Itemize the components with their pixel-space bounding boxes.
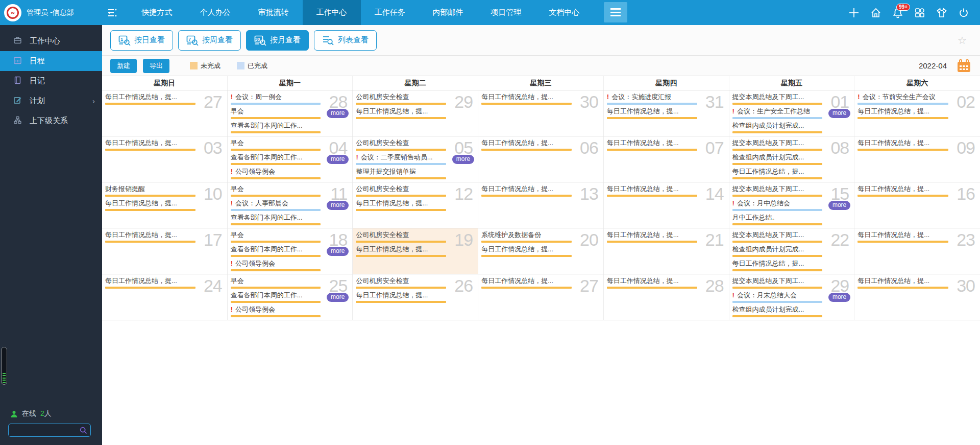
bell-icon[interactable]: 99+	[892, 7, 904, 19]
sidebar-search-input[interactable]	[9, 427, 80, 434]
calendar-event[interactable]: 每日工作情况总结，提...	[105, 93, 195, 105]
calendar-event[interactable]: 提交本周总结及下周工...	[732, 277, 823, 289]
calendar-event[interactable]: !会议：周一例会	[231, 93, 321, 105]
sidebar-item-计划[interactable]: 计划›	[0, 91, 102, 111]
calendar-event[interactable]: 每日工作情况总结，提...	[481, 185, 572, 197]
shirt-icon[interactable]	[936, 7, 948, 19]
calendar-cell-17[interactable]: 每日工作情况总结，提...17	[102, 228, 228, 274]
calendar-cell-26[interactable]: 公司机房安全检查每日工作情况总结，提...26	[353, 274, 478, 320]
current-user[interactable]: 管理员 -信息部	[21, 0, 81, 25]
calendar-cell-12[interactable]: 公司机房安全检查每日工作情况总结，提...12	[353, 182, 478, 228]
new-button[interactable]: 新建	[110, 59, 137, 73]
calendar-event[interactable]: 查看各部门本周的工作...	[231, 214, 321, 225]
calendar-event[interactable]: 每日工作情况总结，提...	[857, 107, 948, 119]
view-button-按周查看[interactable]: 7按周查看	[178, 30, 241, 51]
nav-item-项目管理[interactable]: 项目管理	[477, 0, 535, 25]
calendar-cell-23[interactable]: 每日工作情况总结，提...23	[854, 228, 980, 274]
calendar-event[interactable]: 每日工作情况总结，提...	[607, 231, 697, 243]
calendar-cell-08[interactable]: 提交本周总结及下周工...检查组内成员计划完成...每日工作情况总结，提...0…	[729, 136, 855, 182]
calendar-cell-19[interactable]: 公司机房安全检查每日工作情况总结，提...19	[353, 228, 478, 274]
calendar-event[interactable]: 每日工作情况总结，提...	[857, 139, 948, 151]
more-modules-button[interactable]	[604, 2, 627, 22]
calendar-cell-15[interactable]: 提交本周总结及下周工...!会议：月中总结会月中工作总结。15more	[729, 182, 855, 228]
sidebar-item-日程[interactable]: 日程	[0, 51, 102, 71]
calendar-event[interactable]: !会议：月末总结大会	[732, 291, 823, 303]
calendar-event[interactable]: 早会	[231, 277, 321, 289]
sidebar-item-工作中心[interactable]: 工作中心	[0, 31, 102, 51]
calendar-event[interactable]: 提交本周总结及下周工...	[732, 139, 823, 151]
calendar-event[interactable]: 月中工作总结。	[732, 214, 823, 225]
calendar-event[interactable]: 每日工作情况总结，提...	[857, 231, 948, 243]
calendar-event[interactable]: 检查组内成员计划完成...	[732, 245, 823, 257]
calendar-event[interactable]: 每日工作情况总结，提...	[481, 93, 572, 105]
calendar-event[interactable]: 提交本周总结及下周工...	[732, 93, 823, 105]
calendar-event[interactable]: 早会	[231, 231, 321, 243]
calendar-cell-28[interactable]: !会议：周一例会早会查看各部门本周的工作...28more	[228, 90, 353, 136]
nav-item-个人办公[interactable]: 个人办公	[186, 0, 244, 25]
calendar-event[interactable]: 公司机房安全检查	[356, 231, 446, 243]
calendar-event[interactable]: 每日工作情况总结，提...	[356, 291, 446, 303]
more-badge[interactable]: more	[327, 155, 349, 164]
calendar-event[interactable]: !公司领导例会	[231, 168, 321, 179]
calendar-cell-04[interactable]: 早会查看各部门本周的工作...!公司领导例会04more	[228, 136, 353, 182]
calendar-cell-16[interactable]: 每日工作情况总结，提...16	[854, 182, 980, 228]
calendar-event[interactable]: 每日工作情况总结，提...	[607, 139, 697, 151]
calendar-cell-07[interactable]: 每日工作情况总结，提...07	[604, 136, 729, 182]
calendar-event[interactable]: 提交本周总结及下周工...	[732, 185, 823, 197]
calendar-event[interactable]: 查看各部门本周的工作...	[231, 291, 321, 303]
calendar-cell-30[interactable]: 每日工作情况总结，提...30	[478, 90, 604, 136]
calendar-event[interactable]: !会议：实施进度汇报	[607, 93, 697, 105]
calendar-cell-03[interactable]: 每日工作情况总结，提...03	[102, 136, 228, 182]
calendar-event[interactable]: 检查组内成员计划完成...	[732, 153, 823, 165]
calendar-cell-22[interactable]: 提交本周总结及下周工...检查组内成员计划完成...每日工作情况总结，提...2…	[729, 228, 855, 274]
calendar-event[interactable]: 每日工作情况总结，提...	[105, 231, 195, 243]
calendar-cell-28[interactable]: 每日工作情况总结，提...28	[604, 274, 729, 320]
export-button[interactable]: 导出	[143, 59, 169, 73]
more-badge[interactable]: more	[327, 201, 349, 210]
view-button-按月查看[interactable]: 30按月查看	[246, 30, 309, 51]
calendar-event[interactable]: !公司领导例会	[231, 306, 321, 317]
calendar-cell-29[interactable]: 提交本周总结及下周工...!会议：月末总结大会检查组内成员计划完成...29mo…	[729, 274, 855, 320]
calendar-event[interactable]: 每日工作情况总结，提...	[732, 168, 823, 179]
home-icon[interactable]	[870, 7, 882, 19]
calendar-event[interactable]: 每日工作情况总结，提...	[105, 199, 195, 211]
nav-item-工作任务[interactable]: 工作任务	[361, 0, 419, 25]
view-button-按日查看[interactable]: 1按日查看	[110, 30, 173, 51]
calendar-cell-20[interactable]: 系统维护及数据备份每日工作情况总结，提...20	[478, 228, 604, 274]
calendar-cell-09[interactable]: 每日工作情况总结，提...09	[854, 136, 980, 182]
calendar-event[interactable]: 公司机房安全检查	[356, 277, 446, 289]
online-users[interactable]: 在线 2人	[10, 409, 52, 418]
more-badge[interactable]: more	[327, 109, 349, 118]
calendar-event[interactable]: !会议：节前安全生产会议	[857, 93, 948, 105]
plus-icon[interactable]	[848, 7, 860, 19]
calendar-event[interactable]: !会议：人事部晨会	[231, 199, 321, 211]
favorite-star-icon[interactable]: ☆	[958, 34, 967, 46]
calendar-event[interactable]: !会议：生产安全工作总结	[732, 107, 823, 119]
calendar-event[interactable]: 检查组内成员计划完成...	[732, 306, 823, 317]
nav-item-快捷方式[interactable]: 快捷方式	[128, 0, 186, 25]
calendar-event[interactable]: 查看各部门本周的工作...	[231, 245, 321, 257]
calendar-cell-13[interactable]: 每日工作情况总结，提...13	[478, 182, 604, 228]
calendar-event[interactable]: 每日工作情况总结，提...	[607, 277, 697, 289]
calendar-event[interactable]: !公司领导例会	[231, 260, 321, 271]
sidebar-item-上下级关系[interactable]: 上下级关系	[0, 111, 102, 131]
calendar-cell-01[interactable]: 提交本周总结及下周工...!会议：生产安全工作总结检查组内成员计划完成...01…	[729, 90, 855, 136]
calendar-event[interactable]: 每日工作情况总结，提...	[857, 277, 948, 289]
nav-item-内部邮件[interactable]: 内部邮件	[419, 0, 477, 25]
calendar-cell-29[interactable]: 公司机房安全检查每日工作情况总结，提...29	[353, 90, 478, 136]
calendar-event[interactable]: 查看各部门本周的工作...	[231, 153, 321, 165]
more-badge[interactable]: more	[828, 109, 850, 118]
calendar-event[interactable]: 每日工作情况总结，提...	[105, 277, 195, 289]
calendar-event[interactable]: 每日工作情况总结，提...	[481, 277, 572, 289]
calendar-event[interactable]: 早会	[231, 139, 321, 151]
calendar-event[interactable]: 公司机房安全检查	[356, 185, 446, 197]
power-icon[interactable]	[958, 7, 970, 19]
calendar-cell-10[interactable]: 财务报销提醒每日工作情况总结，提...10	[102, 182, 228, 228]
view-button-列表查看[interactable]: 列表查看	[314, 30, 377, 51]
calendar-cell-25[interactable]: 早会查看各部门本周的工作...!公司领导例会25more	[228, 274, 353, 320]
calendar-event[interactable]: 每日工作情况总结，提...	[356, 199, 446, 211]
current-month[interactable]: 2022-04	[919, 61, 947, 70]
calendar-cell-05[interactable]: 公司机房安全检查!会议：二季度销售动员...整理并提交报销单据05more	[353, 136, 478, 182]
more-badge[interactable]: more	[327, 293, 349, 302]
calendar-event[interactable]: 每日工作情况总结，提...	[356, 107, 446, 119]
